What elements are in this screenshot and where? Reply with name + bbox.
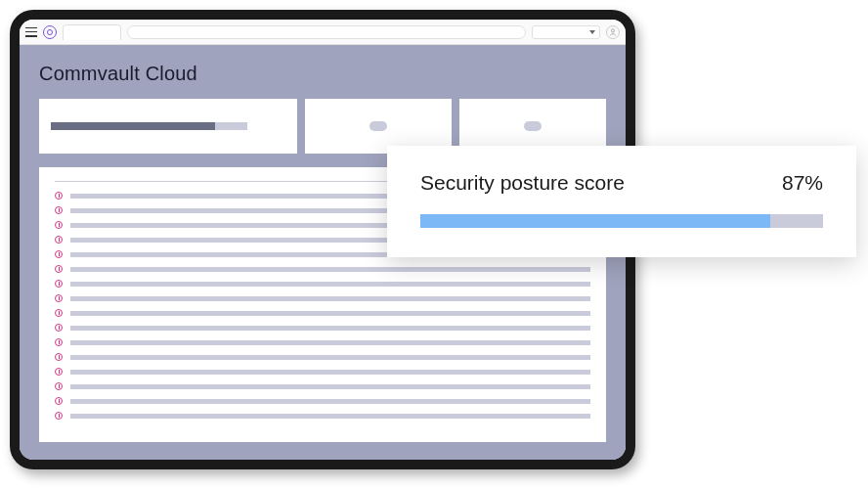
info-icon [55, 221, 63, 229]
progress-bar-track [420, 214, 823, 228]
placeholder-bar [70, 340, 590, 345]
info-icon [55, 353, 63, 361]
placeholder-bar [70, 282, 590, 287]
info-icon [55, 338, 63, 346]
placeholder-bar [70, 296, 590, 301]
list-item[interactable] [55, 368, 590, 376]
list-item[interactable] [55, 382, 590, 390]
list-item[interactable] [55, 412, 590, 420]
user-avatar-icon[interactable] [606, 25, 620, 39]
placeholder-bar [70, 399, 590, 404]
info-icon [55, 250, 63, 258]
summary-card-large[interactable] [39, 99, 297, 154]
list-item[interactable] [55, 309, 590, 317]
info-icon [55, 382, 63, 390]
placeholder-bar [70, 355, 590, 360]
placeholder-bar [524, 121, 542, 131]
placeholder-bar [70, 326, 590, 331]
info-icon [55, 412, 63, 420]
placeholder-bar [70, 384, 590, 389]
list-item[interactable] [55, 265, 590, 273]
chevron-down-icon [589, 30, 595, 34]
info-icon [55, 265, 63, 273]
browser-dropdown[interactable] [532, 25, 600, 39]
progress-bar-fill [420, 214, 770, 228]
browser-tab[interactable] [63, 24, 121, 40]
info-icon [55, 236, 63, 244]
menu-icon[interactable] [25, 27, 37, 37]
popup-score-value: 87% [782, 171, 823, 195]
placeholder-bar [70, 370, 590, 375]
popup-title: Security posture score [420, 171, 625, 195]
list-item[interactable] [55, 294, 590, 302]
info-icon [55, 294, 63, 302]
browser-top-bar [20, 20, 626, 45]
info-icon [55, 206, 63, 214]
info-icon [55, 192, 63, 200]
info-icon [55, 397, 63, 405]
svg-point-0 [611, 28, 614, 31]
placeholder-bar [70, 414, 590, 419]
list-item[interactable] [55, 324, 590, 332]
security-score-popup: Security posture score 87% [387, 146, 856, 257]
info-icon [55, 368, 63, 376]
app-logo-icon[interactable] [43, 25, 57, 39]
placeholder-bar [369, 121, 387, 131]
list-item[interactable] [55, 353, 590, 361]
placeholder-bar [70, 267, 590, 272]
info-icon [55, 324, 63, 332]
list-item[interactable] [55, 338, 590, 346]
address-bar[interactable] [127, 25, 526, 39]
list-item[interactable] [55, 397, 590, 405]
list-item[interactable] [55, 280, 590, 288]
placeholder-bar [51, 122, 215, 130]
placeholder-bar [215, 122, 248, 130]
placeholder-bar [70, 311, 590, 316]
info-icon [55, 280, 63, 288]
info-icon [55, 309, 63, 317]
page-title: Commvault Cloud [39, 63, 606, 85]
